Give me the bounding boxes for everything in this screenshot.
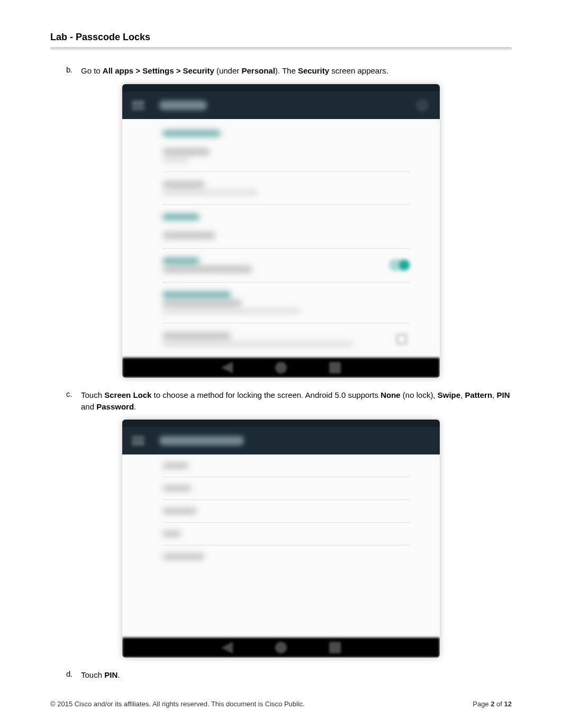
section-label xyxy=(162,292,231,298)
title-bar xyxy=(122,92,440,119)
page-number: Page 2 of 12 xyxy=(473,700,512,708)
divider xyxy=(162,248,410,249)
text: Go to xyxy=(81,66,103,75)
header-rule xyxy=(50,47,512,50)
item-title xyxy=(162,232,215,239)
checkbox[interactable] xyxy=(396,334,407,344)
bold-swipe: Swipe xyxy=(438,390,460,399)
nav-bar xyxy=(122,638,440,658)
text: (no lock), xyxy=(401,390,438,399)
bold-password: Password xyxy=(96,402,134,411)
divider xyxy=(162,477,410,477)
step-letter: c. xyxy=(66,389,81,398)
nav-bar xyxy=(122,358,440,378)
list-item-device-admin[interactable] xyxy=(136,286,426,320)
divider xyxy=(162,545,410,545)
back-icon[interactable] xyxy=(221,642,233,653)
text: Touch xyxy=(81,670,104,679)
back-arrow-icon[interactable] xyxy=(132,436,144,445)
step-b: b. Go to All apps > Settings > Security … xyxy=(66,65,512,77)
page-of: of xyxy=(494,700,504,708)
option-label xyxy=(162,485,192,492)
option-password[interactable] xyxy=(136,549,426,565)
step-d: d. Touch PIN. xyxy=(66,669,512,681)
option-label xyxy=(162,508,197,514)
bold-pattern: Pattern xyxy=(465,390,492,399)
item-sub xyxy=(162,341,353,347)
text: . xyxy=(134,402,136,411)
status-bar xyxy=(122,420,440,427)
toggle-switch[interactable] xyxy=(389,259,410,271)
text: to choose a method for locking the scree… xyxy=(151,390,380,399)
menu-icon[interactable] xyxy=(132,101,144,110)
section-label xyxy=(162,214,200,220)
item-sub xyxy=(162,157,189,162)
document-page: Lab - Passcode Locks b. Go to All apps >… xyxy=(0,0,562,728)
home-icon[interactable] xyxy=(275,362,287,374)
divider xyxy=(162,171,410,172)
section-header xyxy=(136,124,426,142)
screen-title xyxy=(159,436,244,445)
list-item-unknown-sources[interactable] xyxy=(136,326,426,352)
title-bar xyxy=(122,427,440,454)
page-label: Page xyxy=(473,700,491,708)
option-label xyxy=(162,553,205,560)
page-total: 12 xyxy=(504,700,512,708)
item-sub xyxy=(162,308,300,314)
security-list xyxy=(122,119,440,358)
text: . xyxy=(117,670,120,679)
screen-title xyxy=(159,101,207,110)
list-item-screen-lock[interactable] xyxy=(136,142,426,168)
step-letter: d. xyxy=(66,669,81,678)
text: (under xyxy=(214,66,242,75)
screenshot-header xyxy=(122,420,440,454)
item-title xyxy=(162,299,242,307)
copyright-text: © 2015 Cisco and/or its affiliates. All … xyxy=(50,700,305,708)
page-title: Lab - Passcode Locks xyxy=(50,32,512,43)
bold-pin: PIN xyxy=(496,390,510,399)
section-label xyxy=(162,258,200,264)
item-sub xyxy=(162,190,258,195)
list-item-make-visible[interactable] xyxy=(136,252,426,279)
divider xyxy=(162,522,410,523)
lock-options-list xyxy=(122,454,440,638)
bold-pin: PIN xyxy=(104,670,117,679)
divider xyxy=(162,499,410,500)
bold-security: Security xyxy=(298,66,329,75)
option-pattern[interactable] xyxy=(136,503,426,519)
option-pin[interactable] xyxy=(136,526,426,542)
option-label xyxy=(162,462,189,469)
search-icon[interactable] xyxy=(418,101,427,110)
item-title xyxy=(162,148,210,156)
divider xyxy=(162,204,410,205)
back-icon[interactable] xyxy=(221,362,233,374)
page-footer: © 2015 Cisco and/or its affiliates. All … xyxy=(50,700,512,708)
screenshot-security-wrap xyxy=(50,84,512,378)
divider xyxy=(162,323,410,323)
screenshot-chooselock xyxy=(122,420,440,658)
bold-screen-lock: Screen Lock xyxy=(104,390,151,399)
option-swipe[interactable] xyxy=(136,480,426,496)
bold-personal: Personal xyxy=(241,66,275,75)
home-icon[interactable] xyxy=(275,642,287,653)
text: screen appears. xyxy=(329,66,388,75)
recents-icon[interactable] xyxy=(329,642,341,653)
breadcrumb: All apps > Settings > Security xyxy=(103,66,214,75)
divider xyxy=(162,282,410,283)
step-body: Touch PIN. xyxy=(81,669,512,681)
option-label xyxy=(162,531,181,537)
screenshot-chooselock-wrap xyxy=(50,420,512,658)
text: and xyxy=(81,402,96,411)
text: ). The xyxy=(275,66,298,75)
option-none[interactable] xyxy=(136,458,426,474)
section-label xyxy=(162,130,221,136)
item-title xyxy=(162,332,231,340)
screenshot-security xyxy=(122,84,440,378)
bold-none: None xyxy=(380,390,401,399)
list-item-encrypt[interactable] xyxy=(136,226,426,245)
section-header xyxy=(136,208,426,226)
list-item-owner-info[interactable] xyxy=(136,175,426,201)
item-title xyxy=(162,181,205,188)
step-body: Touch Screen Lock to choose a method for… xyxy=(81,389,512,413)
recents-icon[interactable] xyxy=(329,362,341,374)
